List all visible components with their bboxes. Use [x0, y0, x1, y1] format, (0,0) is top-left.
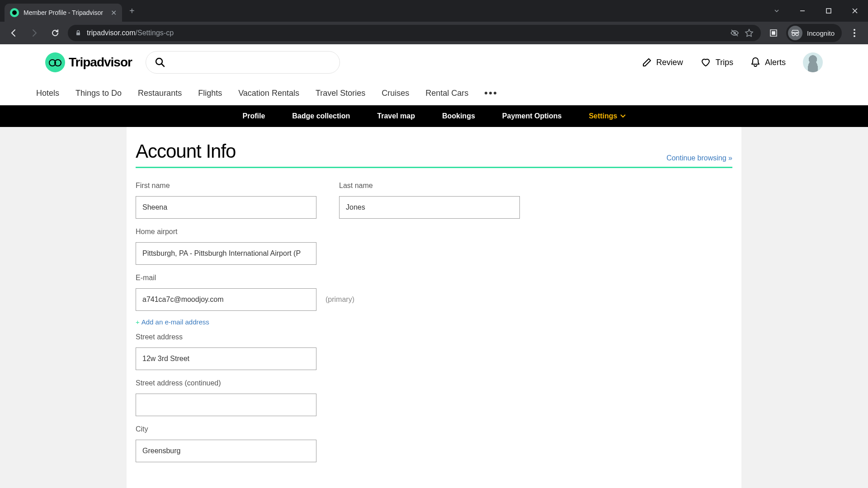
- subnav-travel-map[interactable]: Travel map: [377, 112, 415, 120]
- subnav-settings-label: Settings: [589, 112, 617, 120]
- svg-rect-2: [76, 33, 80, 35]
- back-button[interactable]: [5, 25, 22, 41]
- svg-line-10: [161, 64, 164, 67]
- svg-point-7: [854, 32, 855, 34]
- city-field: City: [136, 425, 316, 462]
- add-email-link[interactable]: +Add an e-mail address: [136, 318, 732, 326]
- page-title: Account Info: [136, 141, 236, 162]
- nav-more-icon[interactable]: [485, 92, 496, 94]
- search-box[interactable]: [146, 51, 340, 74]
- close-tab-icon[interactable]: ✕: [111, 9, 117, 17]
- content-outer: Account Info Continue browsing » First n…: [0, 127, 868, 488]
- lock-icon: [75, 30, 81, 36]
- street2-field: Street address (continued): [136, 379, 316, 416]
- svg-rect-1: [826, 9, 831, 13]
- incognito-icon: [788, 26, 802, 40]
- nav-flights[interactable]: Flights: [198, 89, 222, 98]
- brand-name: Tripadvisor: [69, 55, 132, 70]
- first-name-label: First name: [136, 182, 316, 190]
- nav-rental-cars[interactable]: Rental Cars: [425, 89, 468, 98]
- nav-restaurants[interactable]: Restaurants: [138, 89, 182, 98]
- subnav-bookings[interactable]: Bookings: [442, 112, 475, 120]
- pencil-icon: [642, 57, 652, 67]
- close-window-button[interactable]: [842, 2, 868, 20]
- nav-vacation-rentals[interactable]: Vacation Rentals: [238, 89, 299, 98]
- browser-titlebar: Member Profile - Tripadvisor ✕ +: [0, 0, 868, 22]
- heart-icon: [700, 57, 711, 68]
- favicon-icon: [10, 8, 19, 17]
- reading-list-icon[interactable]: [765, 25, 782, 41]
- email-label: E-mail: [136, 274, 354, 282]
- email-input[interactable]: [136, 288, 316, 311]
- last-name-label: Last name: [339, 182, 520, 190]
- logo[interactable]: Tripadvisor: [45, 52, 132, 72]
- eye-off-icon[interactable]: [730, 28, 739, 38]
- address-bar[interactable]: tripadvisor.com/Settings-cp: [68, 25, 761, 41]
- subnav-payment-options[interactable]: Payment Options: [502, 112, 562, 120]
- nav-things-to-do[interactable]: Things to Do: [75, 89, 122, 98]
- continue-browsing-link[interactable]: Continue browsing »: [666, 154, 732, 162]
- maximize-button[interactable]: [816, 2, 842, 20]
- svg-point-8: [854, 35, 855, 37]
- home-airport-field: Home airport: [136, 228, 316, 265]
- email-primary-note: (primary): [326, 296, 354, 304]
- minimize-button[interactable]: [789, 2, 816, 20]
- last-name-field: Last name: [339, 182, 520, 219]
- logo-icon: [45, 52, 65, 72]
- site-header: Tripadvisor Review Trips Alerts: [0, 44, 868, 80]
- street2-label: Street address (continued): [136, 379, 316, 387]
- page-viewport: Tripadvisor Review Trips Alerts Hotels T…: [0, 44, 868, 488]
- alerts-label: Alerts: [765, 58, 786, 67]
- subnav-profile[interactable]: Profile: [242, 112, 265, 120]
- avatar[interactable]: [803, 52, 823, 72]
- street2-input[interactable]: [136, 394, 316, 416]
- subnav-badge-collection[interactable]: Badge collection: [292, 112, 350, 120]
- sub-nav: Profile Badge collection Travel map Book…: [0, 105, 868, 127]
- page-header: Account Info Continue browsing »: [136, 141, 732, 168]
- trips-button[interactable]: Trips: [700, 57, 733, 68]
- review-button[interactable]: Review: [642, 57, 683, 67]
- street-input[interactable]: [136, 347, 316, 370]
- url-text: tripadvisor.com/Settings-cp: [87, 29, 725, 37]
- nav-cruises[interactable]: Cruises: [382, 89, 409, 98]
- incognito-label: Incognito: [807, 29, 835, 37]
- email-field: E-mail (primary): [136, 274, 354, 311]
- trips-label: Trips: [716, 58, 733, 67]
- browser-toolbar: tripadvisor.com/Settings-cp Incognito: [0, 22, 868, 44]
- last-name-input[interactable]: [339, 196, 520, 219]
- home-airport-input[interactable]: [136, 242, 316, 265]
- plus-icon: +: [136, 318, 140, 326]
- first-name-input[interactable]: [136, 196, 316, 219]
- reload-button[interactable]: [47, 25, 63, 41]
- subnav-settings[interactable]: Settings: [589, 112, 625, 120]
- forward-button[interactable]: [26, 25, 42, 41]
- city-input[interactable]: [136, 440, 316, 462]
- street-field: Street address: [136, 333, 316, 370]
- add-email-label: Add an e-mail address: [142, 318, 209, 326]
- first-name-field: First name: [136, 182, 316, 219]
- new-tab-button[interactable]: +: [122, 6, 142, 16]
- tab-strip: Member Profile - Tripadvisor ✕ +: [0, 0, 142, 22]
- street-label: Street address: [136, 333, 316, 341]
- content-card: Account Info Continue browsing » First n…: [127, 127, 741, 488]
- bookmark-icon[interactable]: [745, 28, 754, 38]
- home-airport-label: Home airport: [136, 228, 316, 236]
- city-label: City: [136, 425, 316, 433]
- bell-icon: [750, 57, 760, 68]
- review-label: Review: [656, 58, 683, 67]
- window-controls: [773, 0, 868, 22]
- search-icon: [155, 57, 165, 67]
- chevron-down-icon: [620, 114, 626, 118]
- tab-title: Member Profile - Tripadvisor: [24, 9, 106, 16]
- browser-tab[interactable]: Member Profile - Tripadvisor ✕: [5, 4, 122, 22]
- svg-rect-5: [772, 31, 775, 35]
- tab-dropdown-icon[interactable]: [773, 7, 780, 14]
- header-actions: Review Trips Alerts: [642, 52, 823, 72]
- nav-hotels[interactable]: Hotels: [36, 89, 59, 98]
- browser-menu-icon[interactable]: [846, 25, 863, 41]
- nav-travel-stories[interactable]: Travel Stories: [316, 89, 365, 98]
- incognito-chip[interactable]: Incognito: [786, 24, 842, 42]
- alerts-button[interactable]: Alerts: [750, 57, 786, 68]
- main-nav: Hotels Things to Do Restaurants Flights …: [0, 80, 868, 105]
- svg-point-6: [854, 29, 855, 31]
